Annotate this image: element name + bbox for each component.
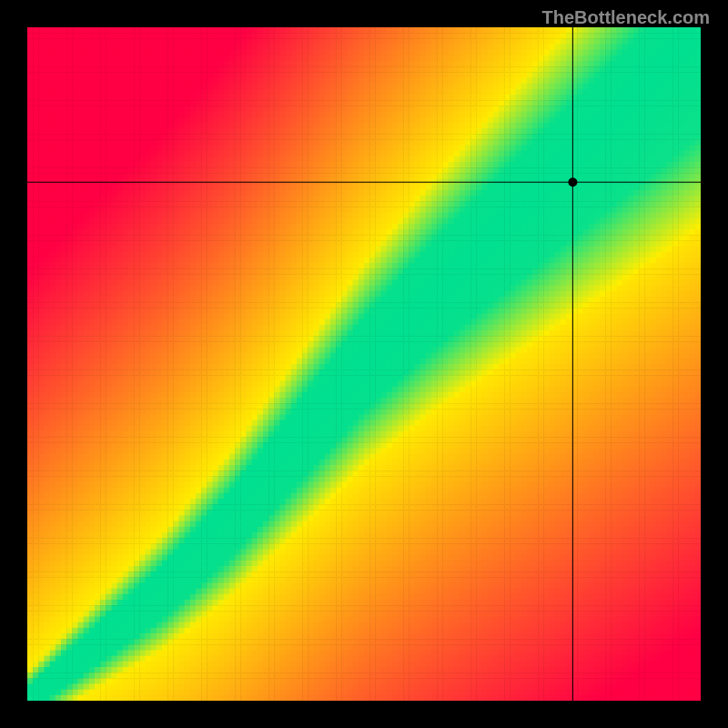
watermark-text: TheBottleneck.com [542, 7, 710, 28]
heatmap-plot [27, 27, 701, 701]
heatmap-canvas [27, 27, 701, 701]
